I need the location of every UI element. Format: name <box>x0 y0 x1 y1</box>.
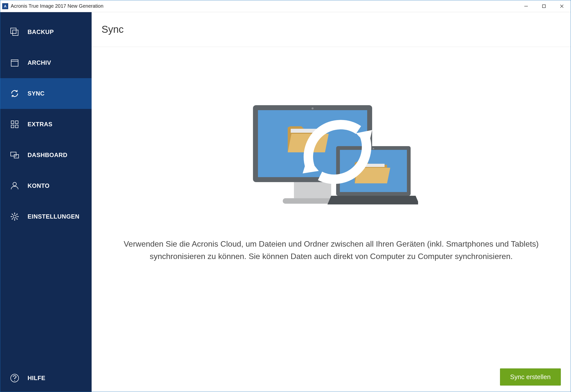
sidebar-item-label: ARCHIV <box>28 59 51 66</box>
page-title: Sync <box>102 24 124 35</box>
sidebar-item-dashboard[interactable]: DASHBOARD <box>0 140 92 170</box>
svg-rect-12 <box>11 152 16 156</box>
svg-point-15 <box>13 215 16 218</box>
account-icon <box>9 180 21 192</box>
sidebar-item-sync[interactable]: SYNC <box>0 78 92 109</box>
extras-icon <box>9 118 21 130</box>
content-footer: Sync erstellen <box>92 362 571 392</box>
sidebar-item-label: EINSTELLUNGEN <box>28 213 79 220</box>
svg-rect-20 <box>294 182 331 198</box>
sidebar-item-label: EXTRAS <box>28 121 52 128</box>
sidebar-item-label: SYNC <box>28 90 45 97</box>
sidebar-item-konto[interactable]: KONTO <box>0 170 92 201</box>
sidebar-item-label: KONTO <box>28 182 50 189</box>
svg-marker-26 <box>327 196 418 204</box>
app-window: A Acronis True Image 2017 New Generation… <box>0 0 571 392</box>
svg-rect-4 <box>11 28 16 33</box>
window-title: Acronis True Image 2017 New Generation <box>11 3 517 9</box>
content-header: Sync <box>92 12 571 47</box>
sidebar-item-label: DASHBOARD <box>28 152 68 159</box>
create-sync-button[interactable]: Sync erstellen <box>500 368 561 386</box>
sidebar: BACKUP ARCHIV SYNC <box>0 12 92 392</box>
app-body: BACKUP ARCHIV SYNC <box>0 12 571 392</box>
sync-icon <box>9 88 21 99</box>
close-button[interactable] <box>553 0 571 12</box>
settings-icon <box>9 211 21 223</box>
minimize-button[interactable] <box>517 0 535 12</box>
svg-rect-7 <box>11 61 18 66</box>
titlebar: A Acronis True Image 2017 New Generation <box>0 0 571 12</box>
svg-point-22 <box>312 107 314 109</box>
svg-point-17 <box>14 380 15 381</box>
svg-rect-8 <box>11 121 14 124</box>
svg-rect-5 <box>13 30 18 35</box>
svg-rect-10 <box>11 125 14 128</box>
dashboard-icon <box>9 149 21 161</box>
minimize-icon <box>524 4 528 8</box>
sidebar-list: BACKUP ARCHIV SYNC <box>0 12 92 364</box>
sidebar-item-label: BACKUP <box>28 29 54 35</box>
svg-rect-1 <box>542 5 545 8</box>
window-controls <box>517 0 571 12</box>
maximize-button[interactable] <box>535 0 553 12</box>
svg-rect-9 <box>15 121 18 124</box>
backup-icon <box>9 26 21 38</box>
help-icon <box>9 372 21 384</box>
sidebar-item-extras[interactable]: EXTRAS <box>0 109 92 140</box>
archive-icon <box>9 57 21 69</box>
sync-description: Verwenden Sie die Acronis Cloud, um Date… <box>115 238 547 262</box>
sync-illustration <box>244 104 418 213</box>
sidebar-item-label: HILFE <box>28 375 45 382</box>
content-body: Verwenden Sie die Acronis Cloud, um Date… <box>92 47 571 362</box>
content-area: Sync <box>92 12 571 392</box>
sidebar-item-backup[interactable]: BACKUP <box>0 17 92 47</box>
svg-point-14 <box>13 182 16 186</box>
sidebar-item-hilfe[interactable]: HILFE <box>0 364 92 392</box>
sidebar-item-einstellungen[interactable]: EINSTELLUNGEN <box>0 201 92 232</box>
svg-point-27 <box>373 148 374 149</box>
app-icon: A <box>2 3 8 9</box>
close-icon <box>560 4 564 8</box>
maximize-icon <box>542 4 546 8</box>
svg-rect-11 <box>15 125 18 128</box>
sidebar-item-archiv[interactable]: ARCHIV <box>0 47 92 78</box>
